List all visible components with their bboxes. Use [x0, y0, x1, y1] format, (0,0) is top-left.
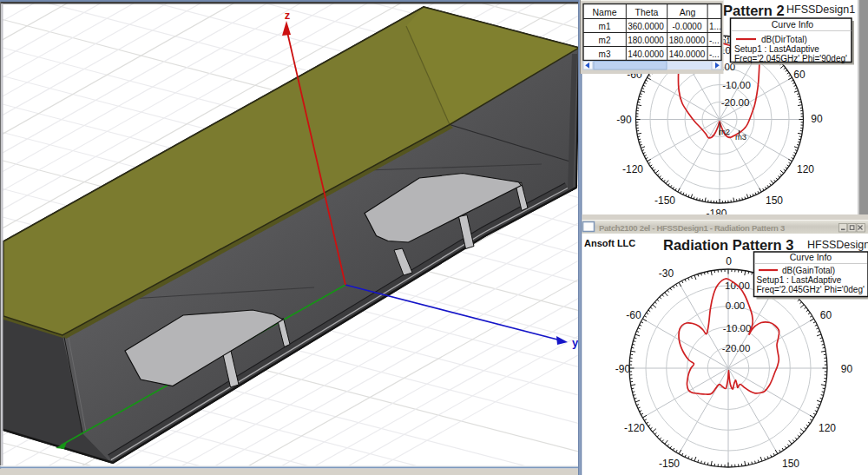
svg-text:360.0000: 360.0000: [628, 22, 664, 31]
svg-text:m3: m3: [599, 49, 611, 59]
svg-text:120: 120: [797, 163, 814, 175]
svg-text:150: 150: [782, 458, 799, 470]
svg-text:140.0000: 140.0000: [669, 49, 706, 59]
svg-text:m1: m1: [599, 22, 611, 31]
svg-text:y: y: [572, 336, 579, 349]
svg-text:-60: -60: [626, 309, 641, 321]
svg-text:60: 60: [793, 69, 806, 81]
svg-text:-30: -30: [659, 267, 674, 280]
svg-text:Theta: Theta: [635, 7, 659, 17]
svg-text:Name: Name: [592, 7, 616, 17]
svg-text:-20.00: -20.00: [721, 97, 750, 108]
svg-text:dB(GainTotal): dB(GainTotal): [782, 266, 835, 275]
svg-text:90: 90: [841, 363, 853, 375]
svg-text:Curve Info: Curve Info: [772, 19, 814, 30]
svg-text:m3: m3: [735, 132, 746, 142]
svg-text:Setup1 : LastAdaptive: Setup1 : LastAdaptive: [734, 44, 819, 54]
svg-text:-90: -90: [615, 363, 631, 375]
svg-text:Freq='2.045GHz' Phi='0deg': Freq='2.045GHz' Phi='0deg': [757, 285, 865, 294]
svg-text:140.0000: 140.0000: [628, 49, 664, 59]
svg-text:m2: m2: [719, 127, 730, 136]
svg-text:-20.00: -20.00: [722, 343, 751, 353]
svg-text:Freq='2.045GHz' Phi='90deg': Freq='2.045GHz' Phi='90deg': [734, 54, 847, 63]
svg-text:90: 90: [811, 113, 823, 125]
svg-text:-150: -150: [659, 458, 680, 470]
svg-text:Curve Info: Curve Info: [790, 252, 832, 262]
svg-text:HFSSDesign1: HFSSDesign1: [807, 239, 868, 251]
svg-text:Ang: Ang: [680, 7, 696, 17]
svg-text:Patch2100 2el - HFSSDesign1 -: Patch2100 2el - HFSSDesign1 - Radiation …: [599, 223, 785, 233]
svg-text:z: z: [285, 9, 291, 22]
svg-text:180.0000: 180.0000: [669, 36, 706, 45]
svg-text:-10.00: -10.00: [723, 323, 752, 333]
svg-text:0: 0: [726, 255, 732, 267]
svg-text:120: 120: [819, 422, 836, 434]
svg-text:-120: -120: [622, 163, 643, 175]
svg-text:0.00: 0.00: [726, 300, 745, 311]
svg-text:Pattern 2: Pattern 2: [723, 3, 785, 18]
svg-text:180.0000: 180.0000: [628, 36, 664, 45]
svg-text:Radiation Pattern 3: Radiation Pattern 3: [663, 237, 793, 253]
svg-text:60: 60: [820, 309, 832, 321]
svg-text:-120: -120: [624, 422, 645, 434]
svg-text:-150: -150: [654, 195, 675, 207]
svg-text:1...: 1...: [709, 22, 721, 31]
svg-text:-...: -...: [709, 49, 720, 59]
svg-text:150: 150: [766, 195, 783, 207]
svg-text:-...: -...: [709, 36, 720, 45]
svg-text:m2: m2: [599, 36, 611, 45]
svg-text:-90: -90: [616, 114, 632, 126]
svg-text:Setup1 : LastAdaptive: Setup1 : LastAdaptive: [757, 275, 842, 285]
svg-text:HFSSDesign1: HFSSDesign1: [786, 3, 855, 16]
svg-text:dB(DirTotal): dB(DirTotal): [761, 35, 807, 44]
svg-text:Ansoft LLC: Ansoft LLC: [584, 238, 635, 248]
svg-text:-0.0000: -0.0000: [673, 22, 702, 31]
svg-text:-10.00: -10.00: [722, 80, 751, 90]
